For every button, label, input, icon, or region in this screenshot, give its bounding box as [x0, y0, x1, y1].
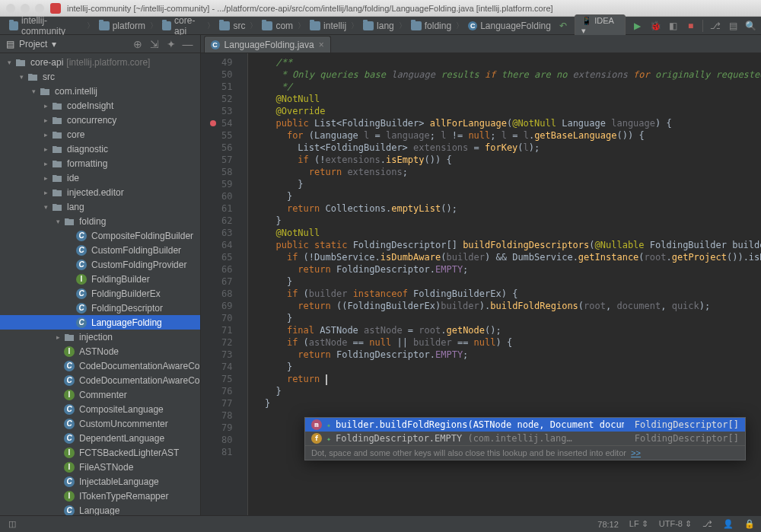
- tree-arrow-icon[interactable]: [65, 289, 75, 298]
- back-icon[interactable]: ↶: [557, 20, 568, 32]
- code-line[interactable]: }: [254, 178, 761, 190]
- tree-item-folding[interactable]: ▾folding: [0, 214, 200, 228]
- tree-item-fctsbackedlighterast[interactable]: IFCTSBackedLighterAST: [0, 445, 200, 460]
- code-line[interactable]: }: [254, 190, 761, 202]
- code-line[interactable]: }: [254, 385, 761, 397]
- run-config-selector[interactable]: 📱 IDEA ▾: [575, 14, 626, 37]
- tree-arrow-icon[interactable]: ▸: [41, 159, 50, 168]
- line-number[interactable]: 70: [201, 312, 233, 324]
- close-window-icon[interactable]: [6, 4, 15, 13]
- line-separator[interactable]: LF ⇕: [629, 519, 648, 529]
- code-line[interactable]: return extensions;: [254, 166, 761, 178]
- line-number[interactable]: 79: [201, 422, 233, 434]
- line-number[interactable]: 66: [201, 263, 233, 276]
- structure-icon[interactable]: ▤: [727, 20, 738, 32]
- code-line[interactable]: @NotNull: [254, 227, 761, 239]
- tree-arrow-icon[interactable]: ▸: [41, 145, 50, 154]
- code-line[interactable]: return FoldingDescriptor.EMPTY;: [254, 349, 761, 361]
- tree-arrow-icon[interactable]: [65, 304, 75, 313]
- tree-arrow-icon[interactable]: [53, 506, 62, 515]
- code-line[interactable]: }: [254, 312, 761, 324]
- tree-item-core[interactable]: ▸core: [0, 127, 200, 142]
- line-number[interactable]: 52: [201, 93, 233, 105]
- coverage-icon[interactable]: ◧: [667, 20, 679, 32]
- breadcrumb-intellij-community[interactable]: intellij-community: [5, 15, 87, 37]
- code-line[interactable]: }: [254, 276, 761, 288]
- tree-item-ide[interactable]: ▸ide: [0, 170, 200, 185]
- code-line[interactable]: if (astNode == null || builder == null) …: [254, 336, 761, 349]
- completion-item[interactable]: f✦FoldingDescriptor.EMPTY (com.intellij.…: [305, 432, 745, 445]
- tree-arrow-icon[interactable]: ▸: [41, 188, 50, 197]
- tree-item-concurrency[interactable]: ▸concurrency: [0, 113, 200, 127]
- tree-item-codeinsight[interactable]: ▸codeInsight: [0, 98, 200, 113]
- line-number[interactable]: 81: [201, 446, 233, 458]
- tree-arrow-icon[interactable]: [65, 231, 75, 241]
- tree-arrow-icon[interactable]: ▸: [53, 333, 62, 342]
- tree-item-foldingdescriptor[interactable]: CFoldingDescriptor: [0, 301, 200, 315]
- code-line[interactable]: return ((FoldingBuilderEx)builder).build…: [254, 300, 761, 312]
- line-number[interactable]: 62: [201, 215, 233, 227]
- line-number[interactable]: 72: [201, 336, 233, 349]
- collapse-all-icon[interactable]: ⇲: [148, 38, 161, 50]
- tree-arrow-icon[interactable]: ▸: [41, 174, 50, 183]
- lock-icon[interactable]: 🔒: [744, 519, 755, 529]
- scroll-from-source-icon[interactable]: ⊕: [132, 38, 144, 50]
- tree-item-itokentyperemapper[interactable]: IITokenTypeRemapper: [0, 489, 200, 503]
- fold-gutter[interactable]: [237, 53, 248, 515]
- line-number[interactable]: 64: [201, 239, 233, 251]
- line-number[interactable]: 53: [201, 105, 233, 117]
- tree-item-compositefoldingbuilder[interactable]: CCompositeFoldingBuilder: [0, 228, 200, 243]
- cursor-position[interactable]: 78:12: [597, 520, 619, 529]
- line-number[interactable]: 55: [201, 129, 233, 142]
- code-line[interactable]: final ASTNode astNode = root.getNode();: [254, 324, 761, 336]
- editor-gutter[interactable]: 4950515253 54555657585960616263646566676…: [201, 53, 237, 515]
- code-line[interactable]: */: [254, 81, 761, 93]
- tree-item-astnode[interactable]: IASTNode: [0, 344, 200, 358]
- breadcrumb-core-api[interactable]: core-api: [158, 15, 207, 37]
- line-number[interactable]: 67: [201, 276, 233, 288]
- line-number[interactable]: 58: [201, 166, 233, 178]
- breadcrumb-platform[interactable]: platform: [94, 21, 150, 31]
- tree-item-diagnostic[interactable]: ▸diagnostic: [0, 142, 200, 156]
- tree-item-core-api[interactable]: ▾core-api[intellij.platform.core]: [0, 55, 200, 69]
- tree-arrow-icon[interactable]: [53, 419, 62, 428]
- tree-arrow-icon[interactable]: [53, 362, 62, 371]
- tree-arrow-icon[interactable]: ▸: [41, 130, 50, 139]
- minimize-window-icon[interactable]: [21, 4, 30, 13]
- completion-hint-link[interactable]: >>: [631, 448, 641, 457]
- line-number[interactable]: 50: [201, 68, 233, 81]
- tree-arrow-icon[interactable]: ▾: [29, 87, 38, 96]
- tree-arrow-icon[interactable]: ▾: [41, 202, 50, 212]
- line-number[interactable]: 59: [201, 178, 233, 190]
- code-line[interactable]: if (builder instanceof FoldingBuilderEx)…: [254, 288, 761, 300]
- line-number[interactable]: 69: [201, 300, 233, 312]
- line-number[interactable]: 61: [201, 202, 233, 215]
- tool-window-icon[interactable]: ◫: [6, 518, 18, 530]
- tree-item-injected-editor[interactable]: ▸injected.editor: [0, 185, 200, 199]
- code-line[interactable]: public List<FoldingBuilder> allForLangua…: [254, 117, 761, 129]
- code-line[interactable]: }: [254, 361, 761, 373]
- line-number[interactable]: 73: [201, 349, 233, 361]
- code-line[interactable]: /**: [254, 56, 761, 68]
- breadcrumb-com[interactable]: com: [257, 21, 298, 31]
- project-tool-title[interactable]: ▤ Project ▾: [6, 39, 56, 49]
- code-line[interactable]: if (!extensions.isEmpty()) {: [254, 154, 761, 166]
- tree-arrow-icon[interactable]: ▸: [41, 116, 50, 125]
- code-line[interactable]: public static FoldingDescriptor[] buildF…: [254, 239, 761, 251]
- line-number[interactable]: 68: [201, 288, 233, 300]
- line-number[interactable]: 65: [201, 251, 233, 263]
- tree-arrow-icon[interactable]: [53, 347, 62, 356]
- line-number[interactable]: 78: [201, 409, 233, 422]
- tree-arrow-icon[interactable]: [65, 246, 75, 255]
- tree-arrow-icon[interactable]: [53, 463, 62, 472]
- tree-item-injection[interactable]: ▸injection: [0, 330, 200, 344]
- tree-item-foldingbuilderex[interactable]: CFoldingBuilderEx: [0, 286, 200, 301]
- breadcrumb-folding[interactable]: folding: [406, 21, 456, 31]
- tree-item-fileastnode[interactable]: IFileASTNode: [0, 460, 200, 474]
- debug-icon[interactable]: 🐞: [649, 20, 661, 32]
- close-tab-icon[interactable]: ×: [319, 40, 324, 50]
- line-number[interactable]: 54: [201, 117, 233, 129]
- line-number[interactable]: 76: [201, 385, 233, 397]
- stop-icon[interactable]: ■: [685, 20, 696, 32]
- project-tree[interactable]: ▾core-api[intellij.platform.core]▾src▾co…: [0, 53, 200, 515]
